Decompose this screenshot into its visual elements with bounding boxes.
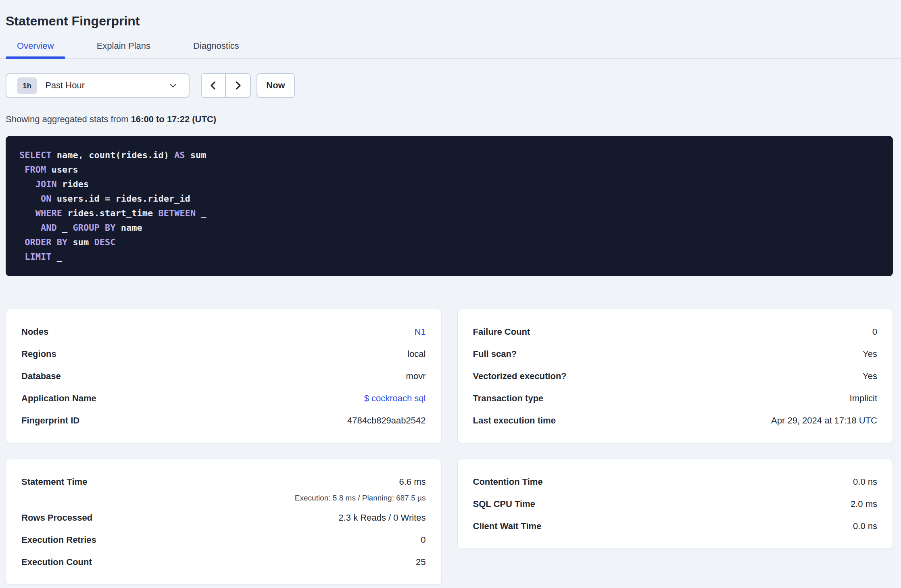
sql-line: LIMIT _ [19, 250, 879, 264]
row-value: 0 [421, 535, 425, 545]
row-value-wrap: 4784cb829aab2542 [347, 415, 426, 426]
row-subvalue: Execution: 5.8 ms / Planning: 687.5 µs [295, 493, 426, 507]
sql-line: WHERE rides.start_time BETWEEN _ [19, 206, 879, 221]
row-value: Yes [863, 371, 877, 382]
card-row: Client Wait Time0.0 ns [473, 515, 878, 537]
row-label: Execution Count [21, 557, 92, 567]
card-row: NodesN1 [21, 321, 426, 343]
row-value-wrap: 25 [416, 557, 425, 567]
time-toolbar: 1h Past Hour Now [6, 73, 893, 98]
row-value-link[interactable]: $ cockroach sql [364, 393, 426, 404]
sql-line: JOIN rides [19, 177, 879, 192]
card-row: Failure Count0 [473, 321, 878, 343]
row-value: movr [406, 371, 426, 382]
prev-interval-button[interactable] [202, 74, 226, 97]
row-value: Yes [863, 349, 877, 359]
wait-time-card: Contention Time0.0 nsSQL CPU Time2.0 msC… [457, 459, 893, 549]
execution-attributes-card: Failure Count0Full scan?YesVectorized ex… [457, 309, 893, 443]
stats-line-prefix: Showing aggregated stats from [6, 114, 131, 124]
row-label: Full scan? [473, 349, 517, 359]
card-row: Application Name$ cockroach sql [21, 387, 426, 409]
row-value: Apr 29, 2024 at 17:18 UTC [771, 415, 877, 426]
aggregated-stats-line: Showing aggregated stats from 16:00 to 1… [6, 114, 893, 125]
card-row: Execution Count25 [21, 551, 426, 573]
time-interval-label: Past Hour [45, 80, 85, 91]
row-value: 0.0 ns [853, 521, 877, 532]
row-label: Statement Time [21, 471, 87, 493]
row-value-wrap: local [407, 349, 425, 359]
row-value-wrap: movr [406, 371, 426, 382]
sql-line: ON users.id = rides.rider_id [19, 192, 879, 206]
tab-bar: OverviewExplain PlansDiagnostics [0, 35, 901, 59]
chevron-left-icon [208, 80, 219, 91]
row-value-link[interactable]: N1 [414, 327, 425, 337]
row-value-wrap: 0 [421, 535, 425, 545]
sql-line: SELECT name, count(rides.id) AS sum [19, 148, 879, 163]
card-row: Vectorized execution?Yes [473, 365, 878, 387]
row-value-wrap: 6.6 msExecution: 5.8 ms / Planning: 687.… [295, 471, 426, 507]
sql-line: ORDER BY sum DESC [19, 235, 879, 250]
sql-line: AND _ GROUP BY name [19, 221, 879, 235]
row-value-wrap: N1 [414, 327, 425, 337]
row-label: Contention Time [473, 477, 543, 487]
row-label: Rows Processed [21, 513, 92, 523]
page-title: Statement Fingerprint [6, 13, 893, 29]
row-value: 2.3 k Reads / 0 Writes [338, 513, 425, 523]
card-row: Regionslocal [21, 343, 426, 365]
row-label: Nodes [21, 327, 48, 337]
row-label: Fingerprint ID [21, 415, 79, 426]
sql-line: FROM users [19, 163, 879, 177]
tab-diagnostics[interactable]: Diagnostics [182, 40, 250, 58]
statement-details-card: NodesN1RegionslocalDatabasemovrApplicati… [6, 309, 442, 443]
row-value: 0 [872, 327, 877, 337]
row-label: Regions [21, 349, 56, 359]
time-interval-arrows [201, 73, 251, 98]
row-value-wrap: Yes [863, 349, 877, 359]
sql-statement-box: SELECT name, count(rides.id) AS sum FROM… [6, 136, 893, 276]
row-value-wrap: Apr 29, 2024 at 17:18 UTC [771, 415, 877, 426]
row-value: Implicit [850, 393, 877, 404]
card-row: Statement Time6.6 msExecution: 5.8 ms / … [21, 471, 426, 507]
row-value-wrap: Implicit [850, 393, 877, 404]
card-row: Contention Time0.0 ns [473, 471, 878, 493]
now-button[interactable]: Now [257, 73, 295, 98]
row-value: 0.0 ns [853, 477, 877, 487]
row-label: Last execution time [473, 415, 556, 426]
card-row: Full scan?Yes [473, 343, 878, 365]
card-row: Last execution timeApr 29, 2024 at 17:18… [473, 409, 878, 432]
row-label: Transaction type [473, 393, 544, 404]
summary-cards: NodesN1RegionslocalDatabasemovrApplicati… [6, 309, 893, 585]
row-value-wrap: $ cockroach sql [364, 393, 426, 404]
row-value-wrap: Yes [863, 371, 877, 382]
chevron-down-icon [168, 80, 178, 91]
row-value-wrap: 0 [872, 327, 877, 337]
next-interval-button[interactable] [226, 74, 250, 97]
statement-timing-card: Statement Time6.6 msExecution: 5.8 ms / … [6, 459, 442, 585]
row-value: local [407, 349, 425, 359]
sql-statement: SELECT name, count(rides.id) AS sum FROM… [19, 148, 879, 264]
card-row: Fingerprint ID4784cb829aab2542 [21, 409, 426, 432]
tab-explain-plans[interactable]: Explain Plans [86, 40, 162, 58]
card-row: Transaction typeImplicit [473, 387, 878, 409]
card-row: Rows Processed2.3 k Reads / 0 Writes [21, 507, 426, 529]
tab-overview[interactable]: Overview [6, 40, 65, 58]
row-label: Vectorized execution? [473, 371, 567, 382]
row-value: 25 [416, 557, 425, 567]
time-interval-badge: 1h [17, 77, 37, 94]
row-label: Database [21, 371, 61, 382]
card-row: Databasemovr [21, 365, 426, 387]
chevron-right-icon [233, 80, 243, 91]
time-interval-dropdown[interactable]: 1h Past Hour [6, 73, 190, 98]
row-value-wrap: 0.0 ns [853, 521, 877, 532]
row-label: Application Name [21, 393, 96, 404]
row-label: Failure Count [473, 327, 530, 337]
stats-line-range: 16:00 to 17:22 (UTC) [131, 114, 217, 124]
row-value-wrap: 2.3 k Reads / 0 Writes [338, 513, 425, 523]
row-value-wrap: 2.0 ms [851, 499, 877, 509]
row-label: SQL CPU Time [473, 499, 535, 509]
statement-fingerprint-page: Statement Fingerprint OverviewExplain Pl… [0, 0, 901, 585]
row-value: 6.6 ms [399, 471, 425, 493]
card-row: Execution Retries0 [21, 529, 426, 551]
card-row: SQL CPU Time2.0 ms [473, 493, 878, 515]
row-value: 4784cb829aab2542 [347, 415, 426, 426]
